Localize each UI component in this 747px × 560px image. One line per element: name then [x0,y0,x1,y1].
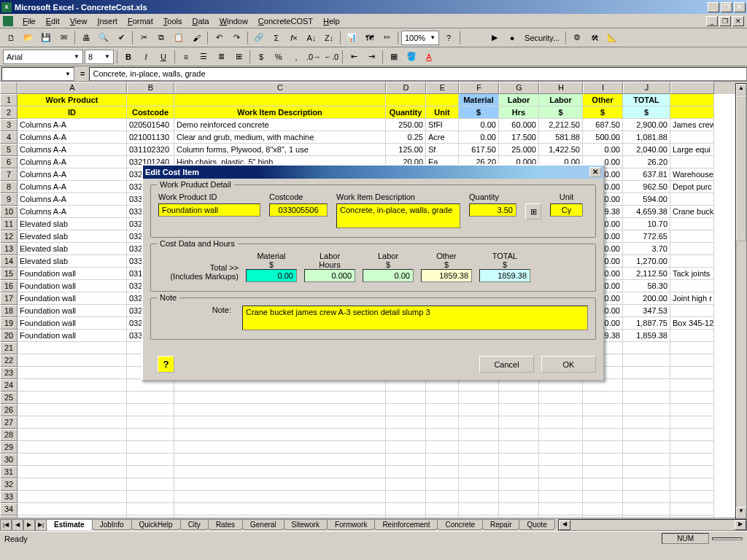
underline-icon[interactable]: U [155,49,171,65]
cell[interactable]: Elevated slab [18,243,127,255]
cell[interactable]: Work Item Description [174,106,386,119]
cell[interactable]: 031102320 [127,144,174,156]
horizontal-scrollbar[interactable]: ◀ ▶ [558,519,747,531]
cell[interactable] [174,416,386,429]
cell[interactable] [18,503,127,516]
row-header[interactable]: 2 [0,106,18,119]
cell[interactable]: $ [623,106,670,119]
cell[interactable] [426,441,459,454]
row-header[interactable]: 23 [0,367,18,379]
cell[interactable]: 4,659.38 [623,206,670,218]
col-header-J[interactable]: J [623,82,670,94]
play-macro-icon[interactable]: ▶ [487,30,503,46]
cell[interactable]: 17.500 [499,131,539,144]
cell[interactable] [174,516,386,518]
cell[interactable] [499,503,539,516]
work-item-input[interactable]: Concrete, in-place, walls, grade [336,203,460,228]
cell[interactable]: Foundation wall [18,292,127,305]
cell[interactable]: Elevated slab [18,218,127,230]
sort-desc-icon[interactable]: Z↓ [321,30,337,46]
doc-minimize-button[interactable]: _ [706,16,718,26]
cell[interactable] [539,503,583,516]
help-icon[interactable]: ? [441,30,457,46]
cell[interactable] [670,305,714,317]
row-header[interactable]: 35 [0,516,18,518]
tab-next-icon[interactable]: ▶ [23,519,35,531]
cell[interactable]: 1,081.88 [623,131,670,144]
cell[interactable]: 687.50 [583,119,623,131]
cell[interactable]: Columns A-A [18,131,127,144]
cell[interactable] [174,466,386,478]
cell[interactable] [386,441,426,454]
chart-icon[interactable]: 📊 [344,30,360,46]
row-header[interactable]: 28 [0,429,18,441]
cell[interactable]: Tack joints [670,268,714,280]
cell[interactable] [670,429,714,441]
align-left-icon[interactable]: ≡ [178,49,194,65]
cell[interactable]: Unit [426,106,459,119]
cell[interactable] [18,392,127,404]
security-label[interactable]: Security... [522,34,562,42]
row-header[interactable]: 6 [0,156,18,168]
tools-icon[interactable]: 🛠 [587,30,603,46]
cell[interactable] [539,416,583,429]
cell[interactable] [583,466,623,478]
cell[interactable]: 021001130 [127,131,174,144]
cell[interactable] [386,429,426,441]
cell[interactable] [539,491,583,503]
vba-icon[interactable]: ⚙ [569,30,585,46]
dec-indent-icon[interactable]: ⇤ [346,49,362,65]
cell[interactable]: Foundation wall [18,330,127,342]
row-header[interactable]: 27 [0,416,18,429]
spell-icon[interactable]: ✔ [113,30,129,46]
cell[interactable] [670,441,714,454]
row-header[interactable]: 24 [0,379,18,392]
cell[interactable]: 500.00 [583,131,623,144]
cell[interactable]: 60.000 [499,119,539,131]
percent-icon[interactable]: % [271,49,287,65]
cell[interactable]: Columns A-A [18,144,127,156]
mail-icon[interactable]: ✉ [55,30,71,46]
tab-last-icon[interactable]: ▶| [35,519,47,531]
row-header[interactable]: 4 [0,131,18,144]
minimize-button[interactable]: _ [708,2,719,12]
cell[interactable] [539,429,583,441]
cell[interactable] [459,429,499,441]
cell[interactable] [386,94,426,106]
sheet-tab-quickhelp[interactable]: QuickHelp [131,519,181,530]
col-header-H[interactable]: H [539,82,583,94]
cell[interactable] [18,404,127,416]
cell[interactable] [127,466,174,478]
redo-icon[interactable]: ↷ [228,30,244,46]
row-header[interactable]: 20 [0,330,18,342]
cell[interactable] [459,441,499,454]
cell[interactable] [174,404,386,416]
cell[interactable]: ID [18,106,127,119]
cell[interactable]: Columns A-A [18,193,127,206]
col-header-A[interactable]: A [18,82,127,94]
record-macro-icon[interactable]: ● [504,30,520,46]
row-header[interactable]: 16 [0,280,18,292]
cell[interactable]: 0.00 [583,144,623,156]
cell[interactable] [426,392,459,404]
cell[interactable] [18,491,127,503]
borders-icon[interactable]: ▦ [386,49,402,65]
menu-insert[interactable]: Insert [92,15,123,27]
sort-asc-icon[interactable]: A↓ [303,30,320,46]
tab-first-icon[interactable]: |◀ [0,519,12,531]
cell[interactable]: Work Product [18,94,127,106]
menu-format[interactable]: Format [123,15,158,27]
cell[interactable] [426,94,459,106]
cell[interactable]: Sf [426,144,459,156]
cell[interactable]: Elevated slab [18,255,127,268]
sheet-tab-repair[interactable]: Repair [482,519,519,530]
cell[interactable] [539,516,583,518]
row-header[interactable]: 34 [0,503,18,516]
cell[interactable] [18,354,127,367]
cell[interactable] [583,392,623,404]
menu-file[interactable]: File [18,15,41,27]
cell[interactable] [623,429,670,441]
cell[interactable] [127,516,174,518]
select-all-corner[interactable] [0,82,18,94]
cell[interactable]: Columns A-A [18,119,127,131]
